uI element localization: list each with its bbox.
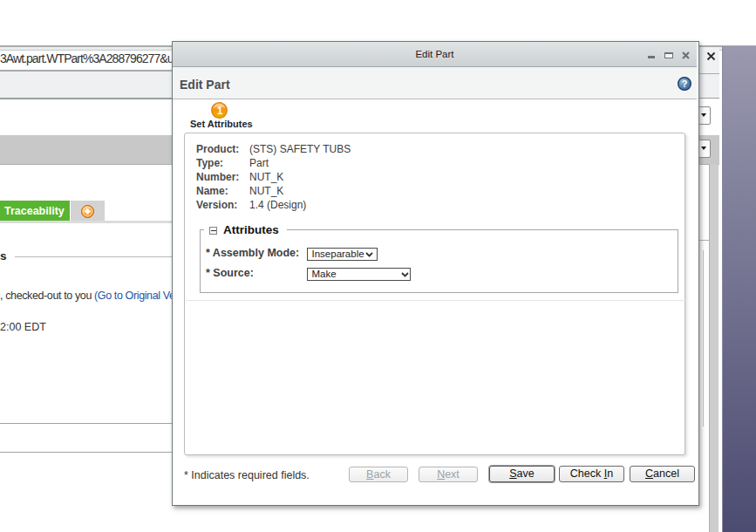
svg-text:?: ? (682, 78, 688, 89)
svg-text:1: 1 (217, 105, 223, 117)
